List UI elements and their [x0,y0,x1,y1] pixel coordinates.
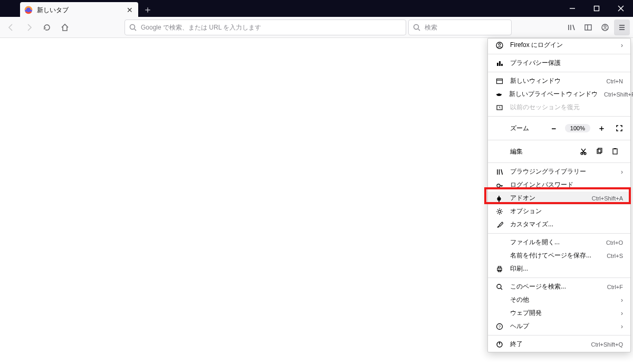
menu-label: Firefox にログイン [510,41,615,50]
menu-exit[interactable]: 終了 Ctrl+Shift+Q [488,338,630,351]
copy-button[interactable] [591,145,607,158]
svg-point-17 [498,43,501,45]
menu-separator [488,233,630,234]
menu-more[interactable]: その他 › [488,293,630,306]
back-button[interactable] [3,20,19,35]
library-icon [495,168,504,176]
zoom-label: ズーム [495,124,543,133]
svg-rect-19 [499,61,501,66]
menu-restore-session: 以前のセッションを復元 [488,101,630,114]
library-button[interactable] [563,20,579,35]
paste-button[interactable] [607,145,623,158]
close-window-button[interactable] [609,0,633,17]
menu-separator [488,140,630,140]
svg-rect-18 [497,63,498,66]
paintbrush-icon [495,221,504,229]
chevron-right-icon: › [621,42,623,49]
menu-label: 新しいプライベートウィンドウ [509,90,598,99]
menu-label: ファイルを開く... [510,238,600,247]
content-area: Firefox にログイン › プライバシー保護 新しいウィンドウ Ctrl+N… [0,38,633,364]
menu-find[interactable]: このページを検索... Ctrl+F [488,280,630,293]
menu-label: 終了 [510,340,584,349]
menu-customize[interactable]: カスタマイズ... [488,218,630,231]
reload-button[interactable] [39,20,55,35]
menu-label: 名前を付けてページを保存... [510,251,600,260]
mask-icon [495,90,503,99]
tab-close-icon[interactable]: ✕ [126,6,134,14]
hamburger-menu-button[interactable] [614,20,630,35]
svg-line-8 [418,29,420,31]
menu-webdev[interactable]: ウェブ開発 › [488,306,630,320]
cut-button[interactable] [576,145,591,158]
url-bar[interactable] [124,20,406,35]
zoom-value[interactable]: 100% [565,124,590,132]
svg-rect-33 [498,266,501,268]
search-icon [129,24,137,31]
edit-label: 編集 [495,147,576,156]
firefox-favicon-icon [24,6,33,14]
menu-shortcut: Ctrl+O [606,240,623,246]
menu-help[interactable]: ? ヘルプ › [488,320,630,333]
minimize-button[interactable] [560,0,584,17]
menu-new-private-window[interactable]: 新しいプライベートウィンドウ Ctrl+Shift+P [488,88,630,101]
menu-save-as[interactable]: 名前を付けてページを保存... Ctrl+S [488,249,630,262]
help-icon: ? [495,322,504,331]
svg-rect-2 [594,6,599,11]
search-bar[interactable] [408,20,512,35]
account-icon [495,41,504,50]
menu-label: ログインとパスワード [510,180,623,189]
forward-button[interactable] [21,20,37,35]
menu-separator [488,116,630,117]
menu-label: 新しいウィンドウ [510,76,600,85]
svg-rect-27 [598,148,602,152]
sidebar-button[interactable] [580,20,596,35]
menu-addons[interactable]: アドオン Ctrl+Shift+A [488,191,630,205]
menu-privacy[interactable]: プライバシー保護 [488,56,630,70]
search-input[interactable] [425,24,507,31]
new-tab-button[interactable]: ＋ [140,2,155,17]
svg-point-7 [414,24,419,29]
restore-icon [495,103,504,112]
menu-separator [488,54,630,54]
home-button[interactable] [57,20,73,35]
menu-shortcut: Ctrl+F [607,284,623,290]
svg-rect-28 [613,149,617,154]
zoom-in-button[interactable]: ＋ [594,121,608,135]
zoom-out-button[interactable]: − [547,121,561,135]
svg-point-5 [130,24,135,29]
menu-label: ウェブ開発 [510,309,615,318]
maximize-button[interactable] [584,0,609,17]
menu-shortcut: Ctrl+Shift+A [592,195,623,202]
svg-rect-29 [614,148,616,149]
menu-print[interactable]: 印刷... [488,262,630,275]
menu-zoom-row: ズーム − 100% ＋ [488,119,630,138]
menu-open-file[interactable]: ファイルを開く... Ctrl+O [488,236,630,249]
navbar [0,17,633,38]
window-controls [560,0,633,17]
menu-signin[interactable]: Firefox にログイン › [488,39,630,52]
search-icon [413,24,420,31]
titlebar: 新しいタブ ✕ ＋ [0,0,633,17]
url-input[interactable] [141,24,401,31]
menu-library[interactable]: ブラウジングライブラリー › [488,165,630,178]
tab-active[interactable]: 新しいタブ ✕ [20,2,138,18]
tab-strip: 新しいタブ ✕ ＋ [0,1,155,17]
printer-icon [495,265,504,273]
menu-new-window[interactable]: 新しいウィンドウ Ctrl+N [488,74,630,88]
chevron-right-icon: › [621,323,623,330]
hamburger-menu-panel: Firefox にログイン › プライバシー保護 新しいウィンドウ Ctrl+N… [487,38,631,352]
menu-label: その他 [510,295,615,304]
menu-label: 印刷... [510,264,623,273]
tab-title: 新しいタブ [37,6,69,15]
menu-separator [488,72,630,72]
svg-point-35 [497,284,501,289]
menu-label: ヘルプ [510,322,615,331]
account-button[interactable] [597,20,613,35]
menu-logins[interactable]: ログインとパスワード [488,178,630,191]
menu-options[interactable]: オプション [488,205,630,218]
svg-point-12 [604,25,606,27]
menu-label: プライバシー保護 [510,59,623,68]
puzzle-icon [495,194,504,203]
fullscreen-button[interactable] [612,121,626,135]
menu-shortcut: Ctrl+N [607,78,623,84]
